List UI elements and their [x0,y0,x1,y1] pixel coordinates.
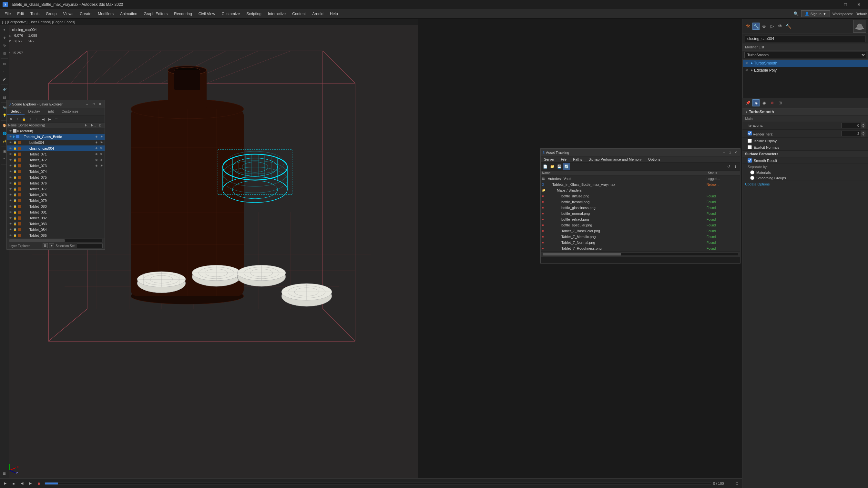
at-maximize[interactable]: □ [727,150,733,155]
smooth-result-checkbox[interactable] [748,158,752,163]
display-panel-btn[interactable]: 👁 [777,23,784,30]
tab-display[interactable]: Display [25,108,44,115]
menu-content[interactable]: Content [289,10,309,18]
item-bottle-normal[interactable]: ■ bottle_normal.png Found [541,210,740,217]
modify-panel-btn[interactable]: 🔧 [752,23,760,30]
item-bottle-glossiness[interactable]: ■ bottle_glossiness.png Found [541,205,740,210]
tb-expand[interactable]: ▶ [47,116,53,122]
render-iters-down[interactable]: ▼ [861,133,865,136]
item-tablet084[interactable]: 👁 🔒 Tablet_084 [7,227,104,233]
bt-play[interactable]: ▶ [1,480,9,487]
tb-lock[interactable]: 🔒 [21,116,27,122]
bt-time-config[interactable]: ⏱ [733,480,741,487]
item-tablet075[interactable]: 👁 🔒 Tablet_075 [7,174,104,180]
item-tablet-metallic[interactable]: ■ Tablet_7_Metallic.png Found [541,234,740,240]
unlink-tool[interactable]: ⛓ [1,94,8,101]
item-bottle-diffuse[interactable]: ■ bottle_diffuse.png Found [541,193,740,199]
at-menu-file[interactable]: File [557,156,570,162]
menu-help[interactable]: Help [327,10,341,18]
at-menu-options[interactable]: Options [645,156,664,162]
layer-explorer-btn2[interactable]: ▼ [49,243,54,248]
make-unique-btn[interactable]: ◉ [761,99,768,106]
link-tool[interactable]: 🔗 [1,86,8,93]
scene-tree[interactable]: 👁 0 (default) 👁 Tablets_in_Glass_Bottle … [7,128,104,238]
at-tb-info[interactable]: ℹ [733,163,739,170]
tb-up[interactable]: ↑ [27,116,33,122]
tab-edit[interactable]: Edit [44,108,58,115]
scene-explorer-close[interactable]: ✕ [97,102,103,107]
at-menu-server[interactable]: Server [541,156,557,162]
menu-group[interactable]: Group [42,10,60,18]
at-tb-open[interactable]: 📁 [549,163,556,170]
timeline-slider[interactable] [44,482,711,485]
layer-explorer-btn1[interactable]: ☰ [42,243,48,248]
object-name-input[interactable] [745,35,865,42]
item-autodesk-vault[interactable]: 🏛 Autodesk Vault Logged... [541,176,740,182]
bt-record[interactable]: ⏺ [35,480,42,487]
tb-down[interactable]: ↓ [34,116,40,122]
item-tablet-normal[interactable]: ■ Tablet_7_Normal.png Found [541,240,740,246]
sign-in-button[interactable]: 👤 Sign In ▼ [801,10,830,17]
item-tablet079[interactable]: 👁 🔒 Tablet_079 [7,198,104,203]
item-tablet080[interactable]: 👁 🔒 Tablet_080 [7,203,104,209]
turbosmooth-header[interactable]: ▼ TurboSmooth [742,108,868,116]
tb-delete[interactable]: ✕ [8,116,14,122]
item-tablet082[interactable]: 👁 🔒 Tablet_082 [7,215,104,221]
pin-stack-btn[interactable]: 📌 [744,99,751,106]
at-tb-new[interactable]: 📄 [542,163,549,170]
menu-arnold[interactable]: Arnold [309,10,327,18]
modifier-editable-poly[interactable]: 👁 Editable Poly [743,67,868,74]
bt-next-frame[interactable]: ▶ [27,480,34,487]
maximize-button[interactable]: □ [839,0,852,9]
modifier-list-dropdown[interactable]: TurboSmooth [744,52,866,58]
menu-scripting[interactable]: Scripting [243,10,265,18]
at-tb-active[interactable]: 🔄 [563,163,570,170]
at-minimize[interactable]: – [721,150,726,155]
item-bottle-fresnel[interactable]: ■ bottle_fresnel.png Found [541,199,740,205]
item-max-file[interactable]: 3 Tablets_in_Glass_Bottle_max_vray.max N… [541,182,740,187]
at-close[interactable]: ✕ [733,150,738,155]
configure-modifier-btn[interactable]: ⊞ [777,99,784,106]
menu-tools[interactable]: Tools [27,10,42,18]
create-panel-btn[interactable]: ⚒ [744,23,751,30]
smoothing-groups-radio[interactable] [750,176,754,180]
hierarchy-panel-btn[interactable]: ⊕ [761,23,768,30]
select-tool[interactable]: ↖ [1,27,8,34]
at-scrollbar[interactable] [542,253,738,256]
lasso-select[interactable]: ○ [1,68,8,75]
item-bottle-refract[interactable]: ■ bottle_refract.png Found [541,217,740,222]
group-tablets[interactable]: 👁 Tablets_in_Glass_Bottle ❄ 👁 [7,134,104,140]
selection-set-input[interactable] [77,243,103,248]
item-tablet074[interactable]: 👁 🔒 Tablet_074 [7,169,104,174]
tb-collapse[interactable]: ◀ [40,116,46,122]
item-tablet-roughness[interactable]: ■ Tablet_7_Roughness.png Found [541,246,740,251]
item-tablet073[interactable]: 👁 🔒 Tablet_073 ❄ 👁 [7,163,104,169]
iterations-down[interactable]: ▼ [861,126,865,128]
menu-modifiers[interactable]: Modifiers [95,10,117,18]
menu-civil-view[interactable]: Civil View [195,10,219,18]
at-tb-refresh[interactable]: ↺ [725,163,732,170]
scene-explorer-maximize[interactable]: □ [91,102,96,107]
item-tablet078[interactable]: 👁 🔒 Tablet_078 [7,192,104,198]
item-tablet071[interactable]: 👁 🔒 Tablet_071 ❄ 👁 [7,151,104,157]
at-menu-bitmap[interactable]: Bitmap Performance and Memory [585,156,645,162]
utilities-panel-btn[interactable]: 🔨 [785,23,792,30]
rotate-tool[interactable]: ↻ [1,42,8,49]
explicit-normals-checkbox[interactable] [748,145,752,149]
bt-stop[interactable]: ■ [10,480,18,487]
menu-rendering[interactable]: Rendering [171,10,195,18]
scene-explorer-minimize[interactable]: – [85,102,90,107]
scale-tool[interactable]: ⊡ [1,50,8,57]
tb-options[interactable]: ☰ [53,116,59,122]
menu-edit[interactable]: Edit [14,10,27,18]
at-tb-save[interactable]: 💾 [556,163,563,170]
tab-customize[interactable]: Customize [58,108,82,115]
item-bottle004[interactable]: 👁 🔒 bottle004 ❄ 👁 [7,140,104,145]
modifier-turbosomoth[interactable]: 👁 TurboSmooth [743,60,868,67]
item-bottle-specular[interactable]: ■ bottle_specular.png Found [541,222,740,228]
item-tablet076[interactable]: 👁 🔒 Tablet_076 [7,180,104,186]
iterations-input[interactable] [841,123,861,128]
layer-tool[interactable]: ☰ [1,470,8,477]
render-iters-checkbox[interactable] [748,131,752,135]
item-maps-folder[interactable]: 📁 Maps / Shaders [541,187,740,193]
